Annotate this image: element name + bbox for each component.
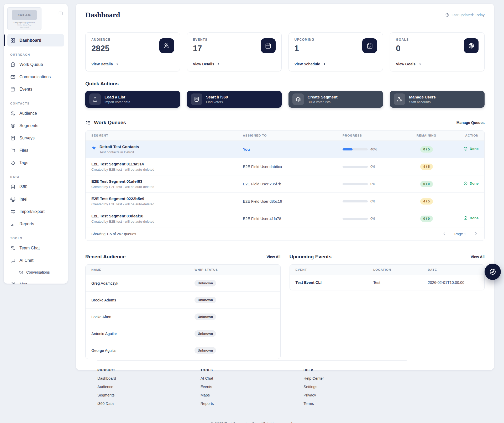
audience-row[interactable]: Locke Afton Unknown: [86, 309, 280, 325]
sidebar-item-work-queue[interactable]: Work Queue: [7, 58, 64, 71]
sidebar-item-files[interactable]: Files: [7, 144, 64, 156]
audience-row[interactable]: Antonio Aguilar Unknown: [86, 325, 280, 342]
compass-fab-button[interactable]: [485, 264, 501, 280]
view-all-events-button[interactable]: View All: [471, 255, 485, 259]
event-date: 2026-02-01T10:00:00: [428, 280, 464, 285]
done-action[interactable]: Done: [463, 147, 479, 151]
upcoming-events-title: Upcoming Events: [290, 254, 332, 260]
footer-link-reports[interactable]: Reports: [201, 401, 304, 406]
import-export-icon: [10, 209, 15, 214]
contact-name: Antonio Aguilar: [91, 332, 117, 336]
create-segment-button[interactable]: Create Segment Build voter lists: [288, 91, 383, 108]
whip-status-badge: Unknown: [195, 347, 216, 354]
sidebar-item-dashboard[interactable]: Dashboard: [7, 34, 64, 46]
sidebar-item-label: Map: [19, 282, 28, 284]
sidebar-item-surveys[interactable]: Surveys: [7, 132, 64, 144]
next-page-button[interactable]: [473, 231, 479, 237]
search-i360-button[interactable]: Search i360 Find voters: [187, 91, 282, 108]
footer-link-segments[interactable]: Segments: [97, 393, 201, 397]
assigned-to: E2E Field User d85c16: [243, 199, 282, 203]
queue-row[interactable]: E2E Test Segment 0222b5e9 Created by E2E…: [86, 193, 484, 210]
sidebar-item-communications[interactable]: Communications: [7, 71, 64, 83]
manage-queues-button[interactable]: Manage Queues: [456, 121, 485, 125]
audience-row[interactable]: Brooke Adams Unknown: [86, 292, 280, 309]
footer-link-terms[interactable]: Terms: [303, 401, 407, 406]
contact-name: George Aguilar: [91, 348, 117, 353]
view-details-link[interactable]: View Details: [91, 62, 118, 66]
done-action[interactable]: Done: [463, 216, 479, 220]
sidebar-item-map[interactable]: Map: [7, 278, 64, 284]
queue-row[interactable]: E2E Test Segment 0113a314 Created by E2E…: [86, 158, 484, 175]
sidebar-item-audience[interactable]: Audience: [7, 107, 64, 119]
database-icon-box: [191, 93, 202, 105]
footer-link-i360-data[interactable]: i360 Data: [97, 401, 201, 406]
sidebar-item-import-export[interactable]: Import/Export: [7, 205, 64, 218]
sidebar-item-team-chat[interactable]: Team Chat: [7, 242, 64, 254]
survey-icon: [10, 135, 15, 141]
page-title: Dashboard: [85, 11, 120, 19]
footer-heading: TOOLS: [201, 368, 304, 372]
campaign-logo: YOUR LOGO Campaign Logo (400x250) Sideba…: [7, 7, 41, 30]
sidebar-item-intel[interactable]: Intel: [7, 193, 64, 205]
audience-row[interactable]: George Aguilar Unknown: [86, 342, 280, 359]
sidebar-item-label: Conversations: [26, 270, 50, 274]
sidebar-item-events[interactable]: Events: [7, 83, 64, 95]
sidebar-item-conversations[interactable]: Conversations: [7, 267, 64, 278]
event-row[interactable]: Test Event CLI Test 2026-02-01T10:00:00: [290, 275, 485, 290]
tag-icon: [10, 160, 15, 165]
qa-title: Manage Users: [409, 95, 436, 99]
done-action[interactable]: Done: [463, 181, 479, 186]
footer-column-product: PRODUCT Dashboard Audience Segments i360…: [97, 368, 201, 406]
progress-percent: 0%: [370, 165, 375, 169]
footer-column-tools: TOOLS AI Chat Events Maps Reports: [201, 368, 304, 406]
view-all-audience-button[interactable]: View All: [267, 255, 281, 259]
folder-icon: [10, 148, 15, 153]
arrow-right-icon: [418, 62, 421, 66]
footer-link-dashboard[interactable]: Dashboard: [97, 376, 201, 380]
progress-percent: 0%: [370, 182, 375, 186]
queue-row[interactable]: E2E Test Segment 01afef83 Created by E2E…: [86, 175, 484, 193]
footer-link-help-center[interactable]: Help Center: [303, 376, 407, 380]
view-details-link[interactable]: View Details: [193, 62, 220, 66]
footer-link-ai-chat[interactable]: AI Chat: [201, 376, 304, 380]
sidebar-item-i360[interactable]: i360: [7, 181, 64, 193]
sidebar-item-label: Events: [19, 87, 32, 92]
col-whip-status: WHIP STATUS: [189, 265, 280, 275]
segment-name: Detroit Test Contacts: [99, 144, 139, 149]
segment-description: Created by E2E test - will be auto-delet…: [91, 202, 231, 206]
queue-row[interactable]: Detroit Test Contacts Test contacts in D…: [86, 141, 484, 158]
recent-audience-section: Recent Audience View All NAME WHIP STATU…: [85, 254, 281, 359]
sidebar-item-ai-chat[interactable]: AI Chat: [7, 254, 64, 267]
calendar-icon: [265, 43, 271, 49]
sidebar-collapse-button[interactable]: [57, 10, 64, 17]
footer-link-events[interactable]: Events: [201, 385, 304, 389]
arrow-right-icon: [322, 62, 326, 66]
prev-page-button[interactable]: [442, 231, 447, 237]
sidebar-item-tags[interactable]: Tags: [7, 156, 64, 169]
footer-heading: PRODUCT: [97, 368, 201, 372]
sidebar-item-segments[interactable]: Segments: [7, 119, 64, 132]
chevron-right-icon: [474, 231, 478, 236]
upcoming-events-section: Upcoming Events View All EVENT LOCATION …: [290, 254, 485, 359]
footer-link-maps[interactable]: Maps: [201, 393, 304, 397]
work-queues-title: Work Queues: [94, 120, 126, 126]
load-list-button[interactable]: Load a List Import voter data: [85, 91, 180, 108]
audience-row[interactable]: Greg Adamczyk Unknown: [86, 275, 280, 292]
remaining-badge: 4 / 5: [420, 198, 433, 205]
stat-card-goals: GOALS 0 View Goals: [390, 32, 485, 71]
footer-link-privacy[interactable]: Privacy: [303, 393, 407, 397]
manage-users-button[interactable]: Manage Users Staff accounts: [390, 91, 485, 108]
stat-value: 17: [193, 44, 208, 53]
footer-link-audience[interactable]: Audience: [97, 385, 201, 389]
logo-subcaption: Sidebar & Login Page: [9, 24, 40, 26]
done-label: Done: [470, 216, 479, 220]
footer-link-settings[interactable]: Settings: [303, 385, 407, 389]
sidebar-item-reports[interactable]: Reports: [7, 218, 64, 230]
sidebar: YOUR LOGO Campaign Logo (400x250) Sideba…: [4, 4, 68, 284]
queue-row[interactable]: E2E Test Segment 03deaf18 Created by E2E…: [86, 210, 484, 227]
view-goals-link[interactable]: View Goals: [396, 62, 421, 66]
calendar-check-icon: [366, 43, 373, 49]
event-location: Test: [373, 280, 380, 285]
col-date: DATE: [422, 265, 484, 275]
view-schedule-link[interactable]: View Schedule: [295, 62, 326, 66]
